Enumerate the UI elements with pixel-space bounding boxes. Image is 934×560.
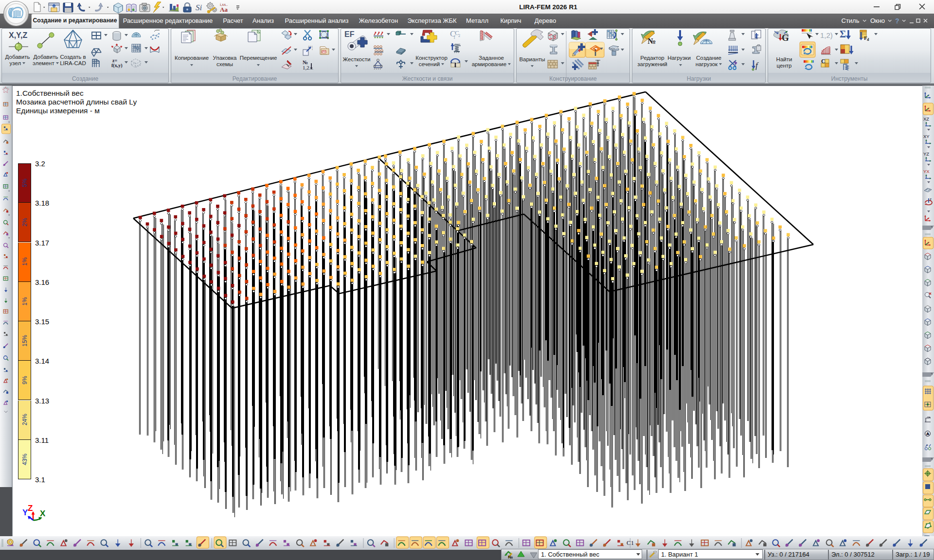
svg-text:2: 2 (458, 34, 460, 38)
svg-text:f(x,y): f(x,y) (111, 63, 123, 69)
svg-text:XZ: XZ (923, 116, 929, 122)
svg-text:z: z (930, 197, 932, 201)
svg-text:YZ: YZ (923, 151, 929, 157)
svg-text:YX: YX (923, 169, 930, 174)
svg-text:f: f (755, 61, 759, 70)
svg-text:№: № (508, 555, 513, 560)
svg-text:Σ: Σ (840, 29, 846, 39)
svg-text:EF: EF (344, 30, 355, 38)
svg-text:X,Y,Z: X,Y,Z (9, 31, 27, 39)
svg-text:A: A (927, 432, 930, 436)
svg-text:№: № (647, 36, 656, 46)
svg-text:C1: C1 (627, 539, 634, 546)
svg-text:1,2): 1,2) (820, 31, 833, 39)
svg-text:G: G (782, 33, 789, 43)
svg-text:d: d (867, 37, 869, 42)
svg-text:C: C (821, 58, 826, 65)
svg-text:XY: XY (923, 134, 930, 139)
svg-text:1: 1 (453, 35, 455, 40)
